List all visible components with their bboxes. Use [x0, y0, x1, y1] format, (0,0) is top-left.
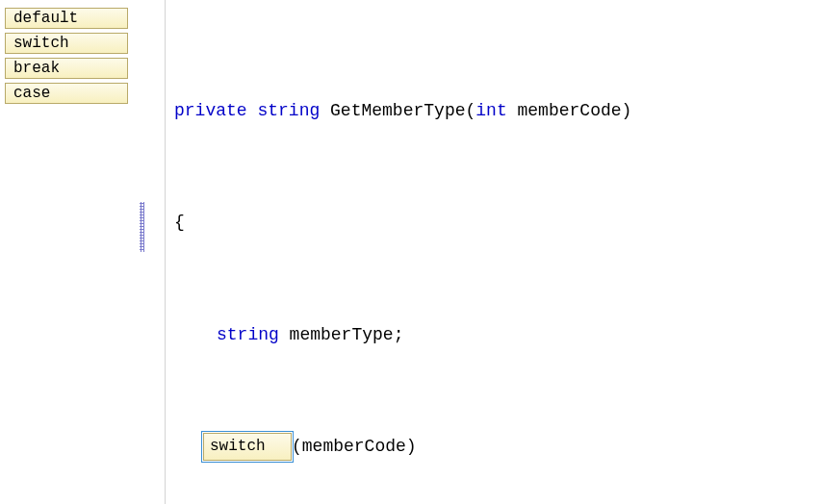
gutter-border	[165, 0, 166, 504]
palette-item-default[interactable]: default	[5, 8, 128, 29]
code-line: {	[174, 209, 814, 238]
keyword-string: string	[257, 97, 320, 125]
code-line: switch (memberCode)	[174, 433, 814, 462]
code-line: private string GetMemberType ( int membe…	[174, 96, 814, 125]
code-line: string memberType;	[174, 320, 814, 349]
open-brace: {	[174, 209, 185, 237]
param-name: memberCode	[507, 97, 622, 125]
var-decl: memberType;	[279, 321, 404, 349]
palette-item-switch[interactable]: switch	[5, 33, 128, 54]
keyword-private: private	[174, 97, 247, 125]
keyword-int: int	[475, 97, 506, 125]
keyword-string: string	[217, 321, 279, 349]
switch-arg: (memberCode)	[292, 433, 417, 461]
method-name: GetMemberType	[330, 97, 465, 125]
code-gutter	[149, 0, 165, 504]
keyword-palette: default switch break case	[0, 0, 140, 504]
divider-grip-icon	[140, 202, 144, 252]
drop-slot-switch[interactable]: switch	[203, 433, 292, 462]
lparen: (	[466, 97, 476, 125]
rparen: )	[622, 97, 632, 125]
pane-divider[interactable]	[140, 0, 143, 504]
app-container: default switch break case private string…	[0, 0, 822, 504]
palette-item-case[interactable]: case	[5, 83, 128, 104]
code-editor: private string GetMemberType ( int membe…	[168, 0, 822, 504]
palette-item-break[interactable]: break	[5, 58, 128, 79]
